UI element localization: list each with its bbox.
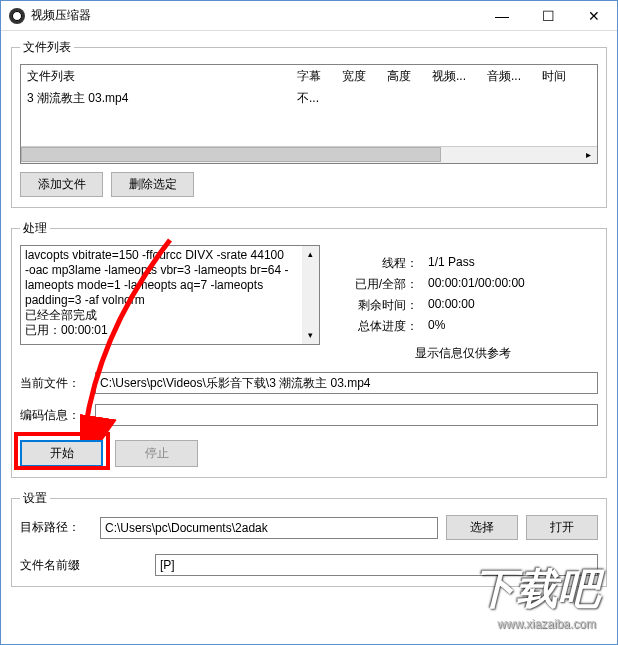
maximize-button[interactable]: ☐ (525, 1, 571, 31)
col-width[interactable]: 宽度 (342, 68, 387, 85)
log-line: 已用：00:00:01 (25, 323, 315, 338)
threads-label: 线程： (328, 255, 428, 272)
encode-info-input[interactable] (95, 404, 598, 426)
watermark-url: www.xiazaiba.com (497, 617, 596, 631)
process-group: 处理 lavcopts vbitrate=150 -ffourcc DIVX -… (11, 220, 607, 478)
scroll-right-icon[interactable]: ▸ (580, 147, 597, 162)
titlebar: 视频压缩器 — ☐ ✕ (1, 1, 617, 31)
stop-button[interactable]: 停止 (115, 440, 198, 467)
filelist-legend: 文件列表 (20, 39, 74, 56)
minimize-button[interactable]: — (479, 1, 525, 31)
used-value: 00:00:01/00:00:00 (428, 276, 598, 293)
filelist-header: 文件列表 字幕 宽度 高度 视频... 音频... 时间 (21, 65, 597, 88)
current-file-input[interactable] (95, 372, 598, 394)
cell-name: 3 潮流教主 03.mp4 (27, 90, 297, 107)
close-button[interactable]: ✕ (571, 1, 617, 31)
open-button[interactable]: 打开 (526, 515, 598, 540)
filelist-group: 文件列表 文件列表 字幕 宽度 高度 视频... 音频... 时间 3 潮流教主… (11, 39, 607, 208)
start-button[interactable]: 开始 (20, 440, 103, 467)
table-row[interactable]: 3 潮流教主 03.mp4 不... (21, 88, 597, 109)
select-button[interactable]: 选择 (446, 515, 518, 540)
threads-value: 1/1 Pass (428, 255, 598, 272)
prefix-input[interactable] (155, 554, 598, 576)
log-textarea[interactable]: lavcopts vbitrate=150 -ffourcc DIVX -sra… (20, 245, 320, 345)
log-line: lavcopts vbitrate=150 -ffourcc DIVX -sra… (25, 248, 315, 263)
settings-legend: 设置 (20, 490, 50, 507)
encode-info-label: 编码信息： (20, 407, 95, 424)
used-label: 已用/全部： (328, 276, 428, 293)
horizontal-scrollbar[interactable]: ▸ (21, 146, 597, 163)
cell-subtitle: 不... (297, 90, 342, 107)
col-subtitle[interactable]: 字幕 (297, 68, 342, 85)
col-video[interactable]: 视频... (432, 68, 487, 85)
col-height[interactable]: 高度 (387, 68, 432, 85)
col-name[interactable]: 文件列表 (27, 68, 297, 85)
log-line: 已经全部完成 (25, 308, 315, 323)
app-icon (9, 8, 25, 24)
log-line: -oac mp3lame -lameopts vbr=3 -lameopts b… (25, 263, 315, 278)
target-path-input[interactable] (100, 517, 438, 539)
remain-value: 00:00:00 (428, 297, 598, 314)
progress-value: 0% (428, 318, 598, 335)
col-audio[interactable]: 音频... (487, 68, 542, 85)
remove-selected-button[interactable]: 删除选定 (111, 172, 194, 197)
current-file-label: 当前文件： (20, 375, 95, 392)
process-legend: 处理 (20, 220, 50, 237)
window-title: 视频压缩器 (31, 7, 91, 24)
scroll-down-icon[interactable]: ▾ (302, 327, 319, 344)
remain-label: 剩余时间： (328, 297, 428, 314)
settings-group: 设置 目标路径： 选择 打开 文件名前缀 (11, 490, 607, 587)
col-time[interactable]: 时间 (542, 68, 587, 85)
vertical-scrollbar[interactable]: ▴ ▾ (302, 246, 319, 344)
prefix-label: 文件名前缀 (20, 557, 155, 574)
scroll-up-icon[interactable]: ▴ (302, 246, 319, 263)
log-line: padding=3 -af volnorm (25, 293, 315, 308)
scroll-thumb[interactable] (21, 147, 441, 162)
target-path-label: 目标路径： (20, 519, 92, 536)
log-line: lameopts mode=1 -lameopts aq=7 -lameopts (25, 278, 315, 293)
stats-panel: 线程： 1/1 Pass 已用/全部： 00:00:01/00:00:00 剩余… (328, 245, 598, 362)
filelist-table[interactable]: 文件列表 字幕 宽度 高度 视频... 音频... 时间 3 潮流教主 03.m… (20, 64, 598, 164)
stats-note: 显示信息仅供参考 (328, 345, 598, 362)
progress-label: 总体进度： (328, 318, 428, 335)
add-file-button[interactable]: 添加文件 (20, 172, 103, 197)
